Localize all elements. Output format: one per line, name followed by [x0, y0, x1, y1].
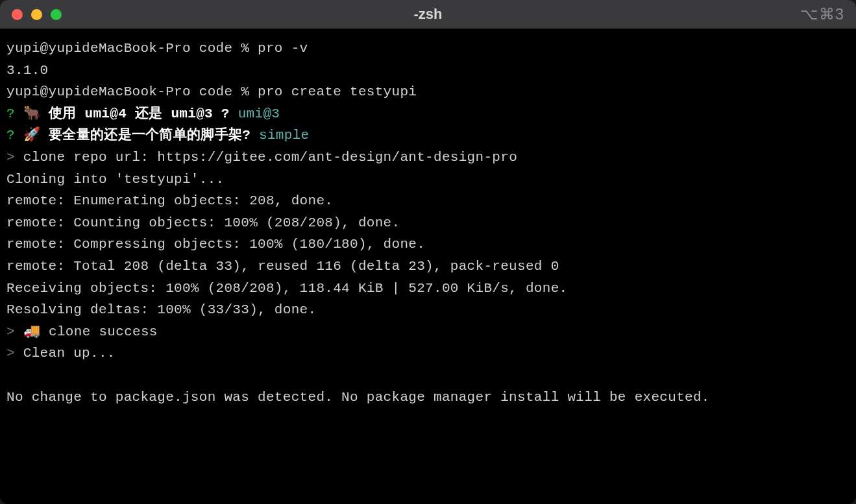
terminal-line: yupi@yupideMacBook-Pro code % pro -v — [6, 38, 850, 60]
cow-emoji-icon: 🐂 — [23, 106, 40, 121]
terminal-line: Receiving objects: 100% (208/208), 118.4… — [6, 278, 850, 300]
terminal-line: Resolving deltas: 100% (33/33), done. — [6, 299, 850, 321]
question-mark-icon: ? — [6, 128, 15, 143]
truck-emoji-icon: 🚚 — [23, 324, 40, 339]
prompt-answer: umi@3 — [238, 106, 280, 121]
window-title: -zsh — [414, 6, 443, 23]
rocket-emoji-icon: 🚀 — [23, 128, 40, 143]
cleanup-text: Clean up... — [15, 346, 116, 361]
minimize-button[interactable] — [31, 9, 42, 20]
traffic-lights — [12, 9, 62, 20]
prompt-question: 使用 umi@4 还是 umi@3 ? — [40, 106, 238, 121]
terminal-line — [6, 365, 850, 387]
terminal-line: remote: Counting objects: 100% (208/208)… — [6, 212, 850, 234]
terminal-line: Cloning into 'testyupi'... — [6, 169, 850, 191]
maximize-button[interactable] — [51, 9, 62, 20]
close-button[interactable] — [12, 9, 23, 20]
window-titlebar: -zsh ⌥⌘3 — [0, 0, 856, 29]
terminal-line: remote: Enumerating objects: 208, done. — [6, 190, 850, 212]
terminal-line: yupi@yupideMacBook-Pro code % pro create… — [6, 81, 850, 103]
chevron-right-icon: > — [6, 150, 15, 165]
terminal-line: No change to package.json was detected. … — [6, 387, 850, 409]
prompt-answer: simple — [259, 128, 309, 143]
prompt-question: 要全量的还是一个简单的脚手架? — [40, 128, 259, 143]
chevron-right-icon: > — [6, 324, 15, 339]
terminal-line: > clone repo url: https://gitee.com/ant-… — [6, 147, 850, 169]
clone-success-text: clone success — [40, 324, 158, 339]
terminal-output[interactable]: yupi@yupideMacBook-Pro code % pro -v 3.1… — [0, 29, 856, 504]
clone-url-text: clone repo url: https://gitee.com/ant-de… — [15, 150, 517, 165]
window-shortcut-indicator: ⌥⌘3 — [800, 5, 844, 23]
terminal-line: ? 🚀 要全量的还是一个简单的脚手架? simple — [6, 125, 850, 147]
terminal-line: ? 🐂 使用 umi@4 还是 umi@3 ? umi@3 — [6, 103, 850, 125]
terminal-line: > Clean up... — [6, 342, 850, 365]
shell-prompt: yupi@yupideMacBook-Pro code % pro create… — [6, 84, 417, 99]
terminal-line: 3.1.0 — [6, 60, 850, 82]
terminal-line: remote: Total 208 (delta 33), reused 116… — [6, 256, 850, 278]
chevron-right-icon: > — [6, 346, 15, 361]
terminal-line: remote: Compressing objects: 100% (180/1… — [6, 234, 850, 256]
shell-prompt: yupi@yupideMacBook-Pro code % pro -v — [6, 41, 308, 56]
terminal-line: > 🚚 clone success — [6, 321, 850, 343]
question-mark-icon: ? — [6, 106, 15, 121]
